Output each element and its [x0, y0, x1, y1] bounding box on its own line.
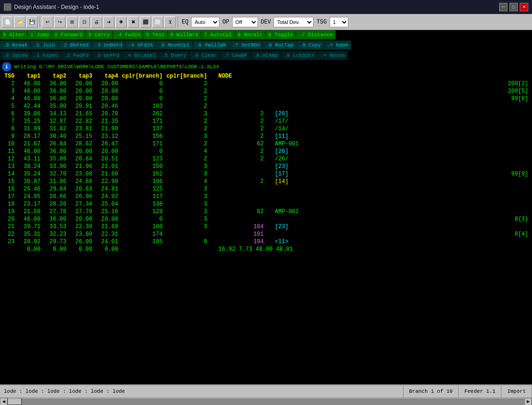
cell-c2: 36.00: [42, 215, 68, 223]
cell-c3: 20.84: [68, 155, 94, 163]
cell-node: 7: [0, 118, 16, 125]
bottom-import[interactable]: Import: [501, 385, 532, 397]
close-button[interactable]: ✕: [520, 3, 528, 11]
btn-unbkfd[interactable]: .3 UnBkFd: [91, 40, 125, 50]
minimize-button[interactable]: ─: [499, 3, 508, 11]
cell-c9: 104: [209, 223, 266, 230]
btn-name[interactable]: .+ Name: [324, 40, 351, 50]
cell-c4: 20.00: [94, 95, 120, 103]
scroll-thumb[interactable]: [8, 398, 22, 405]
footer-node: [0, 246, 16, 253]
cell-c5: 262: [120, 110, 164, 118]
cell-c3: 23.81: [68, 125, 94, 133]
btn-unffd[interactable]: .3 UnFFd: [91, 51, 122, 60]
cell-node: 6: [0, 110, 16, 118]
data-area[interactable]: TSG tap1 tap2 tap3 tap4 cplr[branch] cpl…: [0, 72, 532, 384]
table-row: 7 35.25 32.87 22.82 21.35 171 22 /17/: [0, 118, 532, 125]
tb-redo-button[interactable]: ↪: [54, 16, 65, 28]
auto-select[interactable]: Auto: [191, 17, 219, 27]
cell-c5: 171: [120, 118, 164, 125]
btn-jump[interactable]: 1 Jump: [27, 30, 52, 40]
btn-willwrk[interactable]: 6 WillWrk: [168, 30, 201, 40]
tb-undo-button[interactable]: ↩: [42, 16, 53, 28]
cell-c1: 46.00: [16, 215, 42, 223]
tb-btn4[interactable]: ⊡: [79, 16, 90, 28]
tb-btn7[interactable]: ✚: [115, 16, 127, 28]
tsg-select[interactable]: 1: [330, 17, 348, 27]
btn-test[interactable]: 5 Test: [143, 30, 168, 40]
btn-rottap[interactable]: .8 RotTap: [263, 40, 296, 50]
btn-autocpl[interactable]: 7 AutoCpl: [201, 30, 234, 40]
total-dev-select[interactable]: Total Dev.: [274, 17, 314, 27]
tb-btn6[interactable]: ➔: [103, 16, 114, 28]
btn-notes[interactable]: .+ Notes: [318, 51, 348, 60]
table-row: 10 21.67 26.84 28.62 26.47 171 262 AMP-0…: [0, 140, 532, 148]
cell-c2: 29.73: [42, 238, 68, 246]
scroll-right-button[interactable]: ▶: [524, 398, 532, 405]
btn-movecpl[interactable]: .5 MoveCpl: [156, 40, 193, 50]
btn-break[interactable]: .0 Break: [0, 40, 31, 50]
bottom-feeder: Feeder 1.1: [459, 385, 501, 397]
cell-bracket: [266, 87, 427, 95]
btn-xwillwk[interactable]: .6 XWillWk: [193, 40, 229, 50]
btn-dsmry[interactable]: .5 Dsmry: [159, 51, 189, 60]
cell-extra: [427, 208, 532, 215]
tb-btn9[interactable]: ⬛: [140, 16, 151, 28]
col-header-node: NODE: [209, 72, 266, 80]
cell-c2: 30.40: [42, 133, 68, 140]
cell-c3: 20.00: [68, 80, 94, 87]
btn-xspec[interactable]: .1 Xspec: [31, 51, 61, 60]
scroll-track[interactable]: [8, 398, 524, 405]
btn-cawbf[interactable]: .7 CAwBF: [220, 51, 250, 60]
btn-copy[interactable]: .9 Copy: [297, 40, 324, 50]
btn-forward[interactable]: 2 Forward: [52, 30, 85, 40]
btn-lckdstr[interactable]: .9 LckDStr: [281, 51, 318, 60]
cell-c1: 35.25: [16, 118, 42, 125]
cell-c9: 104: [209, 238, 266, 246]
table-row: 16 26.46 29.04 26.63 24.81 125 3: [0, 185, 532, 193]
btn-setmdu[interactable]: .7 SetMDU: [229, 40, 263, 50]
col-header-extra: [266, 72, 427, 80]
tb-save-button[interactable]: 💾: [26, 16, 38, 28]
btn-xfd2a[interactable]: .4 XFd2A: [125, 40, 156, 50]
col-header-tap1: tap1: [16, 72, 42, 80]
btn-distance[interactable]: ./ Distance: [296, 30, 336, 40]
btn-toggle[interactable]: 9 Toggle: [266, 30, 296, 40]
btn-clear[interactable]: .6 Clear: [189, 51, 220, 60]
tb-btn10[interactable]: ⬜: [152, 16, 163, 28]
btn-alter[interactable]: 0 Alter: [0, 30, 27, 40]
cell-bracket: [266, 193, 427, 200]
cell-c3: 21.96: [68, 163, 94, 170]
col-header-tsg: TSG: [0, 72, 16, 80]
cell-c5: 117: [120, 193, 164, 200]
cell-c3: 20.00: [68, 87, 94, 95]
btn-fwdfd[interactable]: .2 FwdFd: [61, 51, 92, 60]
cell-c7: 2: [209, 178, 266, 185]
btn-spcvw[interactable]: .0 SpcVw: [0, 51, 31, 60]
cell-c2: 32.70: [42, 170, 68, 178]
maximize-button[interactable]: □: [509, 3, 518, 11]
tb-btn3[interactable]: ⊞: [66, 16, 78, 28]
cell-c7-empty: [209, 170, 266, 178]
col-header-tap3: tap3: [68, 72, 94, 80]
scroll-left-button[interactable]: ◀: [0, 398, 8, 405]
tb-btn11[interactable]: ⊻: [164, 16, 176, 28]
tb-btn8[interactable]: ✖: [128, 16, 139, 28]
btn-join[interactable]: .1 Join: [31, 40, 58, 50]
footer-vals: 16.92 7.73 48.00 48.01: [209, 246, 427, 253]
horizontal-scrollbar[interactable]: ◀ ▶: [0, 397, 532, 405]
cell-node: 15: [0, 178, 16, 185]
btn-bkfeed[interactable]: .2 BkFeed: [58, 40, 91, 50]
tb-btn5[interactable]: 🖨: [91, 16, 102, 28]
btn-brlabel[interactable]: .4 BrLabel: [122, 51, 159, 60]
cell-node: 9: [0, 133, 16, 140]
btn-xcamp[interactable]: .8 XCAmp: [250, 51, 281, 60]
tb-new-button[interactable]: 📄: [2, 16, 13, 28]
cell-extra: [427, 163, 532, 170]
btn-recalc[interactable]: 8 Recalc: [235, 30, 266, 40]
btn-carry[interactable]: 3 Carry: [85, 30, 113, 40]
cell-c2: 36.00: [42, 148, 68, 155]
tb-open-button[interactable]: 📂: [14, 16, 25, 28]
btn-fwd2a[interactable]: .4 Fwd2A: [113, 30, 143, 40]
off-select[interactable]: Off: [232, 17, 258, 27]
